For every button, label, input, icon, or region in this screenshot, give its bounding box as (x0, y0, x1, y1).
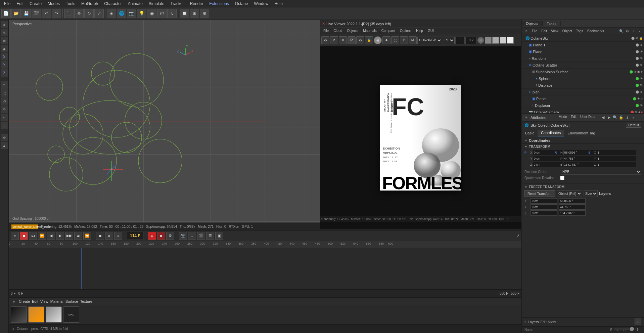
hdr-select[interactable]: HDR/sRGB (417, 37, 442, 44)
fx-r-input[interactable] (559, 198, 586, 204)
lv-btn-circle[interactable]: ◉ (374, 36, 382, 44)
obj-eye-scatter[interactable]: 👁 (640, 64, 643, 67)
color-rect1[interactable] (485, 37, 492, 44)
obj-row-octane-scatter[interactable]: ⊛ Octane Scatter 👁 (522, 62, 644, 69)
lv-btn-cross[interactable]: ✚ (382, 36, 390, 44)
attr-tab-env[interactable]: Environment Tag (564, 130, 598, 136)
light-btn[interactable]: 💡 (137, 9, 146, 18)
sx-input[interactable] (597, 150, 636, 155)
obj-eye-displacer[interactable]: 👁 (640, 84, 643, 87)
tl-next[interactable]: ⏩ (83, 232, 91, 240)
menu-help[interactable]: Help (272, 1, 285, 7)
obj-eye-random[interactable]: 👁 (640, 57, 643, 60)
obj-row-displacer-b[interactable]: ⌇ Displacer 👁 (522, 102, 644, 109)
layers-add-btn[interactable]: + (635, 319, 641, 325)
material-thumb-1[interactable] (28, 306, 44, 323)
left-tool-13[interactable]: ⊙ (1, 134, 8, 141)
size-select[interactable]: Size (584, 190, 598, 197)
lv-val1[interactable] (455, 37, 465, 44)
color-rect2[interactable] (492, 37, 499, 44)
tab-objects[interactable]: Objects (522, 21, 543, 26)
menu-file[interactable]: File (1, 1, 13, 7)
deform-btn[interactable]: ⤹ (167, 9, 177, 18)
sz-input[interactable] (597, 162, 636, 167)
ph-plus-icon[interactable]: + (631, 29, 636, 34)
scale-btn[interactable]: ⤢ (94, 9, 104, 18)
timeline-content[interactable] (9, 248, 521, 289)
sy-input[interactable] (597, 156, 636, 161)
menu-extensions[interactable]: Extensions (206, 1, 232, 7)
left-tool-1[interactable]: ✎ (1, 29, 8, 36)
undo-btn[interactable]: ↶ (42, 9, 51, 18)
obj-row-subdivision[interactable]: ⊞ Subdivision Surface 👁 ▣ ◈ (522, 69, 644, 75)
tl-auto[interactable]: A (105, 232, 113, 240)
tl-next-key[interactable]: ⏭ (74, 232, 82, 240)
attr-plus-icon[interactable]: + (631, 115, 636, 120)
ph-search-icon[interactable]: 🔍 (618, 29, 624, 34)
obj-row-plan[interactable]: ⊙ plan 👁 (522, 89, 644, 95)
coord-arrow[interactable]: ▼ (524, 139, 527, 142)
attr-minus-icon[interactable]: - (637, 115, 642, 120)
ph-view[interactable]: View (550, 29, 560, 33)
ph-minus-icon[interactable]: - (637, 29, 642, 34)
lv-menu-options[interactable]: Options (398, 29, 413, 33)
left-tool-2[interactable]: ⊕ (1, 37, 8, 44)
obj-row-octanecamera[interactable]: 📷 OctaneCamera 👁 ◈ ■ (522, 109, 644, 113)
rot-order-select[interactable]: HPB (561, 169, 641, 175)
lv-btn-p[interactable]: P (400, 36, 408, 44)
left-tool-5[interactable]: Y (1, 61, 8, 69)
attr-mode[interactable]: Mode (557, 115, 568, 120)
left-tool-10[interactable]: ⟳ (1, 106, 8, 113)
menu-create[interactable]: Create (27, 1, 44, 7)
material-btn[interactable]: ◉ (147, 9, 156, 18)
obj-eye-plan[interactable]: 👁 (640, 90, 643, 94)
color-rect4[interactable] (507, 37, 514, 44)
attr-back-icon[interactable]: ◀ (600, 115, 606, 120)
save-btn[interactable]: 💾 (21, 9, 31, 18)
left-tool-4[interactable]: X (1, 53, 8, 60)
color-circle1[interactable] (477, 37, 484, 44)
menu-window[interactable]: Window (251, 1, 271, 7)
lv-close[interactable]: ✕ (322, 22, 325, 26)
camera-btn[interactable]: 📷 (127, 9, 136, 18)
left-tool-3[interactable]: ◉ (1, 45, 8, 52)
lv-btn2[interactable]: ↺ (330, 36, 338, 44)
menu-tracker[interactable]: Tracker (168, 1, 187, 7)
tl-extra[interactable]: ▣ (215, 232, 223, 240)
tl-export-btn[interactable]: ↗ (516, 234, 519, 238)
frame-counter[interactable]: 114 F (127, 232, 143, 240)
ph-object[interactable]: Object (561, 29, 573, 33)
tl-settings[interactable]: ⚙ (166, 232, 174, 240)
obj-row-plane-b[interactable]: ▣ Plane 👁 ▷ (522, 95, 644, 102)
menu-mograph[interactable]: MoGraph (79, 1, 101, 7)
ph-edit[interactable]: Edit (540, 29, 548, 33)
lv-btn-sq[interactable]: ⬚ (391, 36, 399, 44)
tl-cam[interactable]: 📷 (179, 232, 187, 240)
menu-modes[interactable]: Modes (45, 1, 62, 7)
attr-info-icon[interactable]: ℹ (625, 115, 630, 120)
tl-play[interactable]: ▶ (56, 232, 64, 240)
left-tool-12[interactable]: ↕ (1, 122, 8, 129)
obj-eye-plane-b[interactable]: 👁 (637, 97, 640, 100)
attr-edit[interactable]: Edit (569, 115, 578, 120)
layers-tab-view[interactable]: View (548, 320, 556, 324)
pt-select[interactable]: PT (443, 37, 455, 44)
left-tool-7[interactable]: ≡ (1, 81, 8, 89)
fy-r-input[interactable] (559, 204, 586, 210)
material-thumb-2[interactable] (46, 306, 62, 323)
layers-menu-btn[interactable]: ≡ (524, 320, 526, 324)
ph-file[interactable]: File (531, 29, 539, 33)
ph-tags[interactable]: Tags (575, 29, 585, 33)
material-thumb-0[interactable] (11, 306, 27, 323)
tl-menu-btn[interactable]: ≡ (11, 232, 19, 240)
lv-menu-help[interactable]: Help (414, 29, 425, 33)
left-tool-0[interactable]: ◈ (1, 21, 8, 28)
menu-render[interactable]: Render (187, 1, 206, 7)
quat-checkbox[interactable] (560, 176, 564, 180)
obj-row-plane-a[interactable]: ▣ Plane 👁 (522, 48, 644, 55)
fz-r-input[interactable] (559, 210, 586, 216)
redo-btn[interactable]: ↷ (52, 9, 61, 18)
freeze-arrow[interactable]: ▼ (524, 185, 527, 189)
obj-eye-sphere[interactable]: 👁 (640, 77, 643, 80)
menu-simulate[interactable]: Simulate (146, 1, 167, 7)
